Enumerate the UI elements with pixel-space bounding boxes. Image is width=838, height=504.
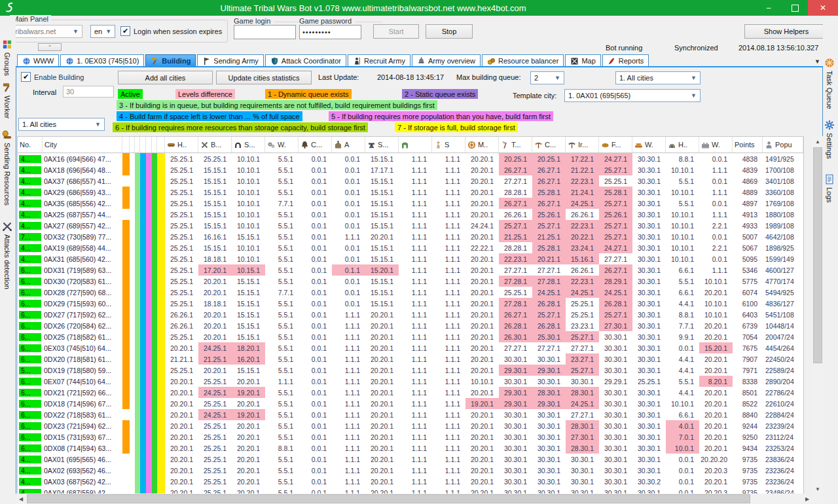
- table-row-0dx23[interactable]: 6...0DX23 (721|594) 62...20.20.125.25.12…: [18, 420, 803, 431]
- interval-input[interactable]: 30: [63, 86, 114, 98]
- stop-button[interactable]: Stop: [426, 24, 473, 39]
- tab-army-overview[interactable]: Army overview: [412, 54, 481, 67]
- scroll-left-arrow[interactable]: ◀: [16, 494, 26, 504]
- tab-recruit-army[interactable]: Recruit Army: [348, 54, 410, 67]
- table-row-0dx28[interactable]: 6...0DX28 (727|590) 68...25.25.120.20.11…: [18, 287, 803, 298]
- column-header-workshop[interactable]: W.: [265, 137, 299, 153]
- column-header-clay-pit[interactable]: C...: [532, 137, 566, 153]
- column-header-warehouse[interactable]: W.: [632, 137, 666, 153]
- cities-filter-select[interactable]: 1. All cities▼: [615, 71, 701, 84]
- tab-building[interactable]: Building: [145, 54, 196, 67]
- column-header-indicator-5[interactable]: [146, 137, 152, 153]
- column-header-indicator-3[interactable]: [135, 137, 140, 153]
- language-select[interactable]: en▼: [90, 25, 115, 38]
- table-row-0ax16[interactable]: 4...0AX16 (694|566) 47...25.25.125.25.11…: [18, 153, 803, 164]
- sidebar-item-worker[interactable]: Worker: [2, 82, 12, 118]
- table-row-0ax27[interactable]: 4...0AX27 (689|557) 42...25.25.115.15.11…: [18, 220, 803, 231]
- table-row-0dx31[interactable]: 6...0DX31 (719|589) 63...25.25.117.20.11…: [18, 264, 803, 276]
- scroll-up-arrow[interactable]: ▲: [812, 136, 823, 147]
- template-city-select[interactable]: 1. 0AX01 (695|565)▼: [564, 89, 701, 102]
- vertical-scrollbar[interactable]: ▲ ▼: [812, 136, 823, 494]
- column-header-rally-point[interactable]: [399, 137, 432, 153]
- table-row-0ax01[interactable]: 4...0AX01 (695|565) 46...20.20.125.25.12…: [18, 454, 803, 465]
- sidebar-item-task-queue[interactable]: Task Queue: [824, 58, 835, 109]
- tab-attack-coordinator[interactable]: Attack Coordinator: [265, 54, 346, 67]
- table-row-0dx20[interactable]: 6...0DX20 (718|581) 61...21.21.121.25.11…: [18, 353, 803, 365]
- table-row-0ax37[interactable]: 4...0AX37 (686|557) 41...25.25.115.15.11…: [18, 175, 803, 187]
- sidebar-item-sending-resources[interactable]: Sending Resources: [2, 130, 12, 206]
- table-row-0ex03[interactable]: 6...0EX03 (745|510) 64...20.20.124.25.11…: [18, 342, 803, 353]
- scroll-down-arrow[interactable]: ▼: [812, 484, 823, 494]
- table-row-0ex07[interactable]: 6...0EX07 (744|510) 64...20.20.125.25.12…: [18, 376, 803, 387]
- sidebar-item-attacks-detection[interactable]: Attacks detection: [2, 221, 12, 289]
- tab-1-0ex03-745-510[interactable]: 1. 0EX03 (745|510): [60, 54, 144, 67]
- table-row-0dx32[interactable]: 7...0DX32 (730|589) 77...25.25.116.16.11…: [18, 231, 803, 242]
- maximize-button[interactable]: [782, 0, 808, 16]
- column-header-iron-mine[interactable]: Ir...: [566, 137, 599, 153]
- column-header-hiding-place[interactable]: H..: [666, 137, 699, 153]
- server-select[interactable]: tribalwars.net▼: [9, 25, 82, 38]
- scroll-right-arrow[interactable]: ▶: [802, 494, 812, 504]
- column-header-barracks[interactable]: B...: [198, 137, 232, 153]
- column-header-market[interactable]: M..: [465, 137, 499, 153]
- table-row-0dx27[interactable]: 6...0DX27 (717|592) 62...26.26.120.20.11…: [18, 309, 803, 320]
- table-row-0dx22[interactable]: 6...0DX22 (718|583) 61...20.20.124.25.11…: [18, 409, 803, 420]
- table-row-0ax18[interactable]: 4...0AX18 (696|564) 48...25.25.115.15.11…: [18, 164, 803, 175]
- tab-map[interactable]: Map: [565, 54, 600, 67]
- update-cities-statistics-button[interactable]: Update cities statistics: [216, 71, 312, 84]
- table-row-0dx30[interactable]: 6...0DX30 (720|583) 61...25.25.120.20.11…: [18, 276, 803, 287]
- tab-www[interactable]: WWW: [17, 54, 59, 67]
- city-select[interactable]: 1. All cities▼: [18, 118, 105, 131]
- column-header-stable[interactable]: S...: [232, 137, 265, 153]
- game-password-input[interactable]: •••••••••: [299, 25, 361, 39]
- column-header-indicator-4[interactable]: [140, 137, 146, 153]
- column-header-smithy[interactable]: S...: [365, 137, 399, 153]
- game-login-input[interactable]: [234, 25, 296, 39]
- close-button[interactable]: ✕: [808, 0, 838, 16]
- table-row-0ax25[interactable]: 4...0AX25 (687|557) 44...25.25.115.15.11…: [18, 209, 803, 220]
- column-header-wall[interactable]: W.: [699, 137, 733, 153]
- sidebar-item-settings[interactable]: Settings: [824, 120, 835, 159]
- tab-sending-army[interactable]: Sending Army: [197, 54, 263, 67]
- table-row-0ax02[interactable]: 4...0AX02 (693|562) 46...20.20.125.25.12…: [18, 465, 803, 476]
- table-row-0dx19[interactable]: 5...0DX19 (718|580) 59...25.25.120.20.11…: [18, 365, 803, 376]
- column-header-no[interactable]: No.: [18, 137, 43, 153]
- table-row-0dx15[interactable]: 6...0DX15 (731|593) 67...20.20.125.25.12…: [18, 431, 803, 442]
- column-header-headquarters[interactable]: H..: [165, 137, 198, 153]
- add-all-cities-button[interactable]: Add all cities: [118, 71, 213, 84]
- column-header-population[interactable]: Popu: [763, 137, 803, 153]
- table-row-0dx25[interactable]: 6...0DX25 (718|582) 61...25.25.120.20.11…: [18, 331, 803, 342]
- column-header-indicator-2[interactable]: [130, 137, 135, 153]
- collapse-panel-button[interactable]: ⌃: [38, 43, 62, 51]
- table-row-0ax29[interactable]: 4...0AX29 (686|559) 43...25.25.115.15.11…: [18, 187, 803, 198]
- table-row-0dx08[interactable]: 6...0DX08 (714|594) 63...20.20.125.25.12…: [18, 442, 803, 454]
- table-row-0dx21[interactable]: 6...0DX21 (721|592) 66...20.20.124.25.11…: [18, 387, 803, 398]
- tab-reports[interactable]: Reports: [602, 54, 649, 67]
- tab-resource-balancer[interactable]: Resource balancer: [482, 54, 564, 67]
- column-header-points[interactable]: Points: [733, 137, 763, 153]
- column-header-indicator-1[interactable]: [122, 137, 130, 153]
- column-header-indicator-7[interactable]: [157, 137, 165, 153]
- horizontal-scrollbar[interactable]: ◀ ▶: [16, 494, 812, 504]
- column-header-academy[interactable]: A: [332, 137, 365, 153]
- column-header-farm[interactable]: F...: [599, 137, 632, 153]
- sidebar-item-groups[interactable]: Groups: [2, 39, 12, 76]
- show-helpers-button[interactable]: Show Helpers: [744, 24, 828, 39]
- tab-overflow-arrow[interactable]: ▼: [814, 58, 820, 65]
- enable-building-checkbox[interactable]: ✔ Enable Building: [21, 72, 84, 82]
- max-building-queue-select[interactable]: 2▼: [530, 71, 564, 84]
- login-expire-checkbox[interactable]: ✔ Login when session expires: [120, 26, 222, 36]
- sidebar-item-logs[interactable]: Logs: [824, 174, 835, 203]
- column-header-statue[interactable]: S: [432, 137, 465, 153]
- table-row-0ax35[interactable]: 4...0AX35 (685|556) 42...25.25.115.15.11…: [18, 198, 803, 209]
- horizontal-scroll-thumb[interactable]: [27, 494, 750, 503]
- table-row-0ax31[interactable]: 4...0AX31 (685|560) 42...25.25.118.18.11…: [18, 253, 803, 264]
- column-header-church[interactable]: C...: [299, 137, 332, 153]
- table-row-0ax03[interactable]: 4...0AX03 (687|562) 42...20.20.125.25.12…: [18, 476, 803, 487]
- column-header-indicator-6[interactable]: [152, 137, 157, 153]
- column-header-timber-camp[interactable]: T...: [499, 137, 532, 153]
- column-header-city[interactable]: City: [43, 137, 122, 153]
- table-row-0ax19[interactable]: 4...0AX19 (689|558) 44...25.25.115.15.11…: [18, 242, 803, 253]
- table-row-0dx26[interactable]: 6...0DX26 (720|584) 62...26.26.120.20.11…: [18, 320, 803, 331]
- start-button[interactable]: Start: [373, 24, 419, 39]
